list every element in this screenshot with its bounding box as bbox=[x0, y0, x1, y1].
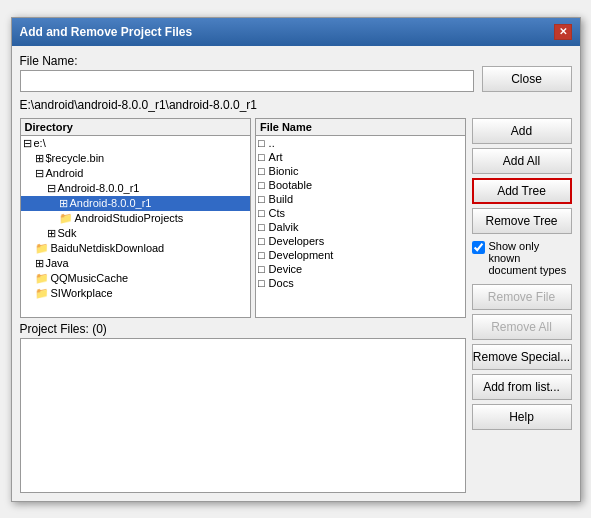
tree-item-label: Sdk bbox=[58, 227, 77, 239]
close-button[interactable]: Close bbox=[482, 66, 572, 92]
left-panel: Directory ⊟ e:\ ⊞ $recycle.bin bbox=[20, 118, 466, 493]
show-known-types-checkbox[interactable] bbox=[472, 241, 485, 254]
tree-item[interactable]: ⊞ $recycle.bin bbox=[21, 151, 250, 166]
show-known-types-row: Show only known document types bbox=[472, 240, 572, 276]
folder-icon: ⊞ bbox=[35, 257, 44, 270]
list-item[interactable]: □Art bbox=[256, 150, 465, 164]
folder-icon: ⊟ bbox=[35, 167, 44, 180]
title-bar: Add and Remove Project Files ✕ bbox=[12, 18, 580, 46]
window-close-button[interactable]: ✕ bbox=[554, 24, 572, 40]
add-button[interactable]: Add bbox=[472, 118, 572, 144]
list-item[interactable]: □Build bbox=[256, 192, 465, 206]
tree-item-label: QQMusicCache bbox=[51, 272, 129, 284]
main-dialog: Add and Remove Project Files ✕ File Name… bbox=[11, 17, 581, 502]
add-all-button[interactable]: Add All bbox=[472, 148, 572, 174]
tree-item[interactable]: ⊟ Android-8.0.0_r1 bbox=[21, 181, 250, 196]
file-icon: □ bbox=[258, 277, 265, 289]
tree-item-label: $recycle.bin bbox=[46, 152, 105, 164]
directory-panel[interactable]: Directory ⊟ e:\ ⊞ $recycle.bin bbox=[20, 118, 251, 318]
show-known-types-label: Show only known document types bbox=[489, 240, 572, 276]
dialog-title: Add and Remove Project Files bbox=[20, 25, 193, 39]
add-from-list-button[interactable]: Add from list... bbox=[472, 374, 572, 400]
remove-special-button[interactable]: Remove Special... bbox=[472, 344, 572, 370]
panels-row: Directory ⊟ e:\ ⊞ $recycle.bin bbox=[20, 118, 466, 318]
list-item[interactable]: □Docs bbox=[256, 276, 465, 290]
remove-tree-button[interactable]: Remove Tree bbox=[472, 208, 572, 234]
right-panel: Add Add All Add Tree Remove Tree Show on… bbox=[472, 118, 572, 493]
tree-item[interactable]: 📁 AndroidStudioProjects bbox=[21, 211, 250, 226]
filename-panel[interactable]: File Name □.. □Art □Bionic □Bootable □Bu… bbox=[255, 118, 466, 318]
list-item[interactable]: □Development bbox=[256, 248, 465, 262]
tree-item[interactable]: 📁 SIWorkplace bbox=[21, 286, 250, 301]
file-icon: □ bbox=[258, 207, 265, 219]
tree-item-label: BaiduNetdiskDownload bbox=[51, 242, 165, 254]
tree-item[interactable]: 📁 BaiduNetdiskDownload bbox=[21, 241, 250, 256]
list-item[interactable]: □Dalvik bbox=[256, 220, 465, 234]
file-icon: □ bbox=[258, 235, 265, 247]
list-item[interactable]: □Bionic bbox=[256, 164, 465, 178]
folder-icon: ⊞ bbox=[59, 197, 68, 210]
directory-header: Directory bbox=[21, 119, 250, 136]
file-icon: □ bbox=[258, 165, 265, 177]
project-files-label: Project Files: (0) bbox=[20, 322, 466, 336]
file-name-input[interactable] bbox=[20, 70, 474, 92]
file-icon: □ bbox=[258, 193, 265, 205]
remove-all-button[interactable]: Remove All bbox=[472, 314, 572, 340]
help-button[interactable]: Help bbox=[472, 404, 572, 430]
tree-item-selected[interactable]: ⊞ Android-8.0.0_r1 bbox=[21, 196, 250, 211]
dialog-body: File Name: Close E:\android\android-8.0.… bbox=[12, 46, 580, 501]
folder-icon: 📁 bbox=[35, 272, 49, 285]
folder-icon: ⊟ bbox=[47, 182, 56, 195]
add-tree-button[interactable]: Add Tree bbox=[472, 178, 572, 204]
file-icon: □ bbox=[258, 179, 265, 191]
folder-icon: 📁 bbox=[35, 287, 49, 300]
file-icon: □ bbox=[258, 263, 265, 275]
current-path: E:\android\android-8.0.0_r1\android-8.0.… bbox=[20, 98, 572, 112]
list-item[interactable]: □Cts bbox=[256, 206, 465, 220]
list-item[interactable]: □Device bbox=[256, 262, 465, 276]
tree-item[interactable]: ⊞ Sdk bbox=[21, 226, 250, 241]
file-name-label: File Name: bbox=[20, 54, 474, 68]
tree-item[interactable]: ⊟ Android bbox=[21, 166, 250, 181]
file-icon: □ bbox=[258, 221, 265, 233]
folder-icon: ⊞ bbox=[35, 152, 44, 165]
tree-item-label: Android-8.0.0_r1 bbox=[58, 182, 140, 194]
project-files-box[interactable] bbox=[20, 338, 466, 493]
tree-item[interactable]: 📁 QQMusicCache bbox=[21, 271, 250, 286]
remove-file-button[interactable]: Remove File bbox=[472, 284, 572, 310]
tree-item-label: Android bbox=[46, 167, 84, 179]
file-icon: □ bbox=[258, 151, 265, 163]
folder-icon: 📁 bbox=[59, 212, 73, 225]
list-item[interactable]: □.. bbox=[256, 136, 465, 150]
folder-icon: 📁 bbox=[35, 242, 49, 255]
folder-icon: ⊞ bbox=[47, 227, 56, 240]
tree-item[interactable]: ⊟ e:\ bbox=[21, 136, 250, 151]
tree-item-label: Java bbox=[46, 257, 69, 269]
project-files-area: Project Files: (0) bbox=[20, 322, 466, 493]
file-icon: □ bbox=[258, 249, 265, 261]
tree-item[interactable]: ⊞ Java bbox=[21, 256, 250, 271]
main-area: Directory ⊟ e:\ ⊞ $recycle.bin bbox=[20, 118, 572, 493]
folder-icon: ⊟ bbox=[23, 137, 32, 150]
tree-item-label: AndroidStudioProjects bbox=[75, 212, 184, 224]
list-item[interactable]: □Bootable bbox=[256, 178, 465, 192]
right-bottom-buttons: Remove File Remove All Remove Special...… bbox=[472, 284, 572, 430]
tree-item-label: Android-8.0.0_r1 bbox=[70, 197, 152, 209]
tree-item-label: e:\ bbox=[34, 137, 46, 149]
list-item[interactable]: □Developers bbox=[256, 234, 465, 248]
tree-item-label: SIWorkplace bbox=[51, 287, 113, 299]
filename-header: File Name bbox=[256, 119, 465, 136]
file-icon: □ bbox=[258, 137, 265, 149]
